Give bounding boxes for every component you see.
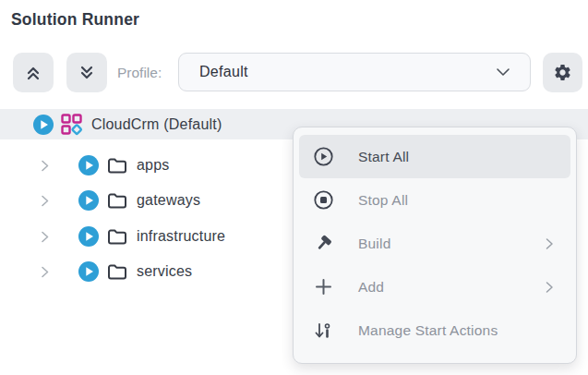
menu-item-label: Stop All [358, 192, 408, 209]
folder-icon [106, 189, 128, 212]
stop-outline-circle-icon [312, 190, 334, 210]
play-outline-circle-icon [312, 147, 334, 166]
folder-icon [106, 260, 128, 283]
chevron-right-icon[interactable] [39, 231, 51, 243]
tree-label: infrastructure [137, 228, 225, 245]
menu-item-add[interactable]: Add [299, 265, 570, 308]
tree-label: gateways [137, 192, 200, 209]
settings-button[interactable] [543, 53, 582, 92]
play-circle-icon[interactable] [78, 261, 99, 282]
menu-item-stop-all[interactable]: Stop All [299, 178, 570, 222]
tree-label: apps [137, 157, 170, 174]
profile-label: Profile: [117, 53, 162, 92]
chevrons-down-icon [78, 64, 96, 82]
chevrons-up-icon [24, 64, 42, 82]
tree-label: services [137, 263, 192, 280]
plus-icon [312, 278, 334, 296]
folder-icon [106, 225, 128, 248]
chevron-down-icon [493, 54, 513, 91]
chevron-right-icon[interactable] [39, 160, 51, 172]
menu-item-start-all[interactable]: Start All [299, 135, 570, 178]
submenu-chevron-icon [543, 237, 556, 250]
profile-dropdown[interactable]: Default [178, 53, 531, 91]
collapse-all-button[interactable] [13, 53, 54, 92]
page-title: Solution Runner [11, 10, 139, 30]
sort-order-icon [312, 321, 334, 340]
expand-all-button[interactable] [66, 53, 107, 92]
play-circle-icon[interactable] [78, 155, 99, 175]
play-circle-icon[interactable] [78, 190, 99, 211]
profile-dropdown-value: Default [199, 64, 248, 80]
tree-label-solution: CloudCrm (Default) [91, 116, 222, 133]
solution-runner-panel: Solution Runner Profile: Default [0, 0, 588, 375]
folder-icon [106, 154, 128, 176]
menu-item-label: Start All [358, 149, 409, 165]
menu-item-build[interactable]: Build [299, 222, 570, 265]
submenu-chevron-icon [543, 281, 556, 294]
gear-icon [553, 63, 572, 82]
hammer-icon [312, 234, 334, 253]
menu-item-label: Build [358, 236, 390, 252]
play-circle-icon[interactable] [33, 115, 54, 135]
chevron-right-icon[interactable] [39, 195, 51, 207]
play-circle-icon[interactable] [78, 226, 99, 247]
chevron-right-icon[interactable] [39, 266, 51, 278]
menu-item-manage-start-actions[interactable]: Manage Start Actions [299, 308, 570, 352]
menu-item-label: Manage Start Actions [358, 322, 498, 339]
menu-item-label: Add [358, 279, 384, 296]
context-menu: Start All Stop All Build [293, 127, 577, 364]
solution-icon [60, 113, 83, 136]
